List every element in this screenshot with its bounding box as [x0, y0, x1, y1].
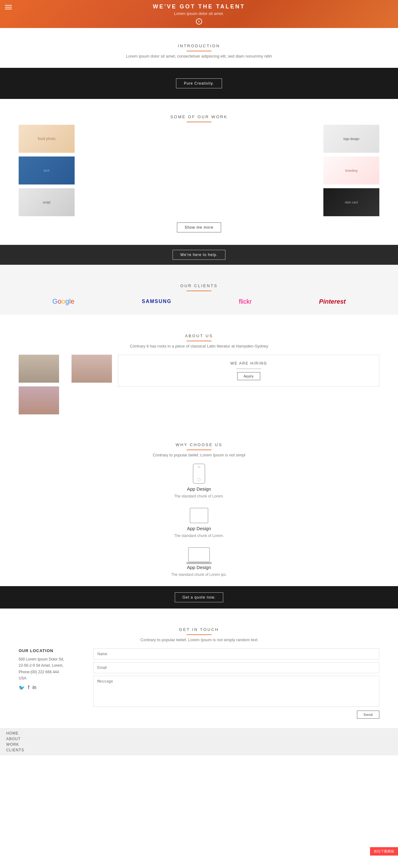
- why-item-0-desc: The standard chunk of Lorem.: [174, 494, 224, 498]
- work-image-handwriting[interactable]: script: [19, 188, 75, 216]
- social-icons: 🐦 f in: [19, 685, 81, 691]
- work-image-logo1[interactable]: logo design: [323, 125, 379, 153]
- pure-creativity-button[interactable]: Pure Creativity.: [176, 79, 222, 88]
- work-grid: food photo tech script logo design brand…: [19, 125, 379, 216]
- tablet-icon: [190, 508, 208, 523]
- why-item-2: App Design The standard chunk of Lorem l…: [171, 547, 227, 577]
- about-photo-man: [19, 355, 59, 383]
- hiring-line: [236, 369, 261, 369]
- why-item-1: App Design The standard chunk of Lorem.: [174, 508, 224, 538]
- clients-section-title: OUR CLIENTS: [19, 283, 379, 291]
- location-phone: Phone:(00) 222 666 444: [19, 669, 81, 675]
- footer-nav-home[interactable]: HOME: [6, 731, 392, 736]
- why-item-2-desc: The standard chunk of Lorem lps.: [171, 572, 227, 577]
- about-section-title: ABOUT US: [19, 334, 379, 341]
- here-section: We're here to help.: [0, 245, 398, 265]
- message-input[interactable]: [93, 676, 379, 707]
- intro-description: Lorem ipsum dolor sit amet, consectetuer…: [106, 54, 292, 59]
- touch-content: OUR LOCATION 500 Lorem Ipsum Dolor Sit, …: [19, 648, 379, 719]
- why-item-1-desc: The standard chunk of Lorem.: [174, 533, 224, 538]
- location-address-line1: 500 Lorem Ipsum Dolor Sit,: [19, 656, 81, 662]
- why-item-0-title: App Design: [187, 486, 211, 492]
- pinterest-logo: Pinterest: [319, 298, 346, 305]
- intro-section: INTRODUCTION Lorem ipsum dolor sit amet,…: [0, 28, 398, 68]
- quote-section: Get a quote now.: [0, 586, 398, 609]
- why-description: Contrary to popular belief, Lorem Ipsum …: [106, 453, 292, 457]
- about-photo-woman: [71, 355, 112, 383]
- hero-subtitle: Lorem ipsum dolor sit amet.: [174, 11, 224, 16]
- hiring-box: WE ARE HIRING Apply: [118, 355, 379, 387]
- email-input[interactable]: [93, 662, 379, 673]
- about-grid: WE ARE HIRING Apply: [19, 355, 379, 414]
- flickr-logo: flickr: [239, 298, 252, 305]
- touch-description: Contrary to popular belief, Lorem Ipsum …: [106, 638, 292, 642]
- work-image-logo3[interactable]: dark card: [323, 188, 379, 216]
- about-right: WE ARE HIRING Apply: [71, 355, 379, 414]
- hamburger-menu[interactable]: [5, 5, 12, 9]
- work-section: SOME OF OUR WORK food photo tech script …: [0, 99, 398, 245]
- footer-nav-work[interactable]: WORK: [6, 742, 392, 747]
- samsung-logo: SAMSUNG: [142, 299, 172, 304]
- linkedin-icon[interactable]: in: [32, 685, 36, 691]
- work-section-title: SOME OF OUR WORK: [19, 115, 379, 122]
- twitter-icon[interactable]: 🐦: [19, 685, 25, 691]
- why-section-title: WHY CHOOSE US: [19, 442, 379, 450]
- clients-logos: Google SAMSUNG flickr Pinterest: [19, 298, 379, 306]
- location-title: OUR LOCATION: [19, 648, 81, 653]
- send-button[interactable]: Send: [357, 711, 379, 719]
- show-more-button[interactable]: Show me more: [177, 222, 221, 232]
- hero-title: WE'VE GOT THE TALENT: [153, 3, 245, 10]
- why-item-0: App Design The standard chunk of Lorem.: [174, 464, 224, 498]
- about-section: ABOUT US Contrary It has roots in a piec…: [0, 315, 398, 424]
- why-item-2-title: App Design: [187, 565, 211, 570]
- phone-icon: [193, 464, 205, 484]
- why-items: App Design The standard chunk of Lorem. …: [19, 464, 379, 577]
- form-send-row: Send: [93, 711, 379, 719]
- why-section: WHY CHOOSE US Contrary to popular belief…: [0, 424, 398, 586]
- apply-button[interactable]: Apply: [237, 372, 261, 380]
- why-item-1-title: App Design: [187, 526, 211, 531]
- footer-nav-clients[interactable]: CLIENTS: [6, 748, 392, 752]
- footer-nav: HOME ABOUT WORK CLIENTS: [0, 728, 398, 755]
- show-more-wrap: Show me more: [19, 222, 379, 232]
- hiring-title: WE ARE HIRING: [230, 361, 267, 366]
- work-col-right: logo design branding dark card: [323, 125, 379, 216]
- dark-creativity-section: Pure Creativity.: [0, 68, 398, 99]
- contact-form: Send: [93, 648, 379, 719]
- work-image-food[interactable]: food photo: [19, 125, 75, 153]
- location-country: USA: [19, 675, 81, 681]
- here-button[interactable]: We're here to help.: [173, 250, 225, 260]
- hero-section: WE'VE GOT THE TALENT Lorem ipsum dolor s…: [0, 0, 398, 28]
- facebook-icon[interactable]: f: [28, 685, 29, 691]
- touch-section-title: GET IN TOUCH: [19, 627, 379, 635]
- about-description: Contrary It has roots in a piece of clas…: [106, 344, 292, 348]
- google-logo: Google: [52, 298, 74, 306]
- touch-section: GET IN TOUCH Contrary to popular belief,…: [0, 609, 398, 728]
- clients-section: OUR CLIENTS Google SAMSUNG flickr Pinter…: [0, 265, 398, 315]
- about-photos-left: [19, 355, 59, 414]
- location-address-line2: 22-56-2-9 Sit Amet, Lorem,: [19, 662, 81, 669]
- about-right-row: WE ARE HIRING Apply: [71, 355, 379, 387]
- work-col-left: food photo tech script: [19, 125, 75, 216]
- name-input[interactable]: [93, 648, 379, 659]
- work-image-logo2[interactable]: branding: [323, 156, 379, 185]
- about-photo-woman2: [19, 386, 59, 414]
- scroll-indicator: [196, 18, 202, 25]
- footer-nav-about[interactable]: ABOUT: [6, 737, 392, 741]
- work-image-blue[interactable]: tech: [19, 156, 75, 185]
- laptop-icon: [188, 547, 210, 562]
- intro-section-title: INTRODUCTION: [0, 43, 398, 51]
- quote-button[interactable]: Get a quote now.: [175, 592, 224, 602]
- location-block: OUR LOCATION 500 Lorem Ipsum Dolor Sit, …: [19, 648, 81, 719]
